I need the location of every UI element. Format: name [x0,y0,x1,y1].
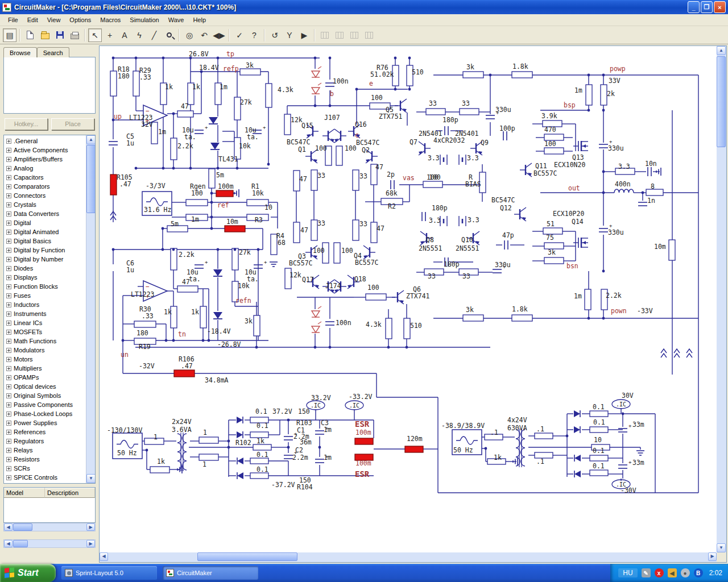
tree-item-displays[interactable]: Displays [5,273,95,282]
menu-view[interactable]: View [43,15,65,24]
tree-item-multipliers[interactable]: Multipliers [5,364,95,373]
expand-icon[interactable] [6,466,11,471]
expand-icon[interactable] [6,330,11,335]
model-scroll-thumb[interactable] [13,523,32,531]
probe-tool-button[interactable]: ╱ [147,28,161,42]
tree-item-optical-devices[interactable]: Optical devices [5,382,95,391]
menu-macros[interactable]: Macros [96,15,125,24]
tree-scroll-thumb[interactable] [86,145,96,213]
waveform-1-button[interactable] [318,28,332,42]
expand-icon[interactable] [6,402,11,408]
scroll-up-icon[interactable]: ▲ [717,46,726,55]
expand-icon[interactable] [6,366,11,371]
tree-item-data-converters[interactable]: Data Converters [5,209,95,218]
tree-item-inductors[interactable]: Inductors [5,300,95,309]
tree-item-digital-by-function[interactable]: Digital by Function [5,246,95,255]
save-button[interactable] [53,28,67,42]
expand-icon[interactable] [6,166,11,171]
expand-icon[interactable] [6,411,11,417]
expand-icon[interactable] [6,275,11,280]
expand-icon[interactable] [6,339,11,344]
expand-icon[interactable] [6,475,11,480]
tree-item-power-supplies[interactable]: Power Supplies [5,418,95,427]
tree-item-crystals[interactable]: Crystals [5,200,95,209]
tree-scrollbar[interactable]: ▲ ▼ [86,135,95,483]
tree-item-digital-animated[interactable]: Digital Animated [5,227,95,236]
tree-item-digital-by-number[interactable]: Digital by Number [5,255,95,264]
scroll-right-icon[interactable]: ▶ [86,540,95,547]
expand-icon[interactable] [6,193,11,198]
canvas-vscroll-thumb[interactable] [717,56,726,147]
tree-item-amplifiers-buffers[interactable]: Amplifiers/Buffers [5,155,95,164]
tree-item-capacitors[interactable]: Capacitors [5,173,95,182]
canvas-vertical-scrollbar[interactable]: ▲ ▼ [717,46,726,552]
expand-icon[interactable] [6,202,11,207]
waveform-4-button[interactable] [362,28,376,42]
model-scrollbar[interactable]: ◀ ▶ [3,523,96,531]
tree-item-fuses[interactable]: Fuses [5,291,95,300]
security-shield-icon[interactable]: x [655,568,664,577]
speaker-icon[interactable]: ◀ [668,568,677,577]
tab-search[interactable]: Search [37,47,69,57]
open-file-button[interactable] [38,28,52,42]
expand-icon[interactable] [6,348,11,353]
minimize-button[interactable]: _ [688,1,700,13]
tree-item-spice-controls[interactable]: SPICE Controls [5,473,95,482]
tree-item-regulators[interactable]: Regulators [5,436,95,446]
edit-check-button[interactable]: ✓ [233,28,246,42]
tree-item-original-symbols[interactable]: Original Symbols [5,391,95,400]
expand-icon[interactable] [6,311,11,317]
expand-icon[interactable] [6,239,11,244]
scroll-left-icon[interactable]: ◀ [4,523,13,531]
expand-icon[interactable] [6,266,11,271]
expand-icon[interactable] [6,157,11,162]
close-button[interactable]: × [714,1,726,13]
taskbar-item-sprint-layout[interactable]: Sprint-Layout 5.0 [61,566,157,580]
place-button[interactable]: Place [51,118,94,130]
description-column-header[interactable]: Description [45,488,95,498]
expand-icon[interactable] [6,175,11,180]
expand-icon[interactable] [6,221,11,226]
clock[interactable]: 2:02 [709,569,722,577]
tree-item-analog[interactable]: Analog [5,164,95,173]
expand-icon[interactable] [6,439,11,444]
print-button[interactable] [68,28,81,42]
restore-button[interactable]: ❐ [701,1,713,13]
scroll-down-icon[interactable]: ▼ [86,474,96,483]
delete-tool-button[interactable]: ϟ [133,28,146,42]
tree-item-instruments[interactable]: Instruments [5,309,95,318]
scroll-down-icon[interactable]: ▼ [717,543,726,552]
scroll-left-icon[interactable]: ◀ [4,540,13,547]
tree-item-phase-locked-loops[interactable]: Phase-Locked Loops [5,409,95,418]
menu-options[interactable]: Options [65,15,96,24]
expand-icon[interactable] [6,211,11,217]
tree-item-diodes[interactable]: Diodes [5,264,95,273]
sidebar-scrollbar[interactable]: ◀ ▶ [3,539,96,548]
menu-edit[interactable]: Edit [23,15,43,24]
tree-item-motors[interactable]: Motors [5,355,95,364]
search-device-button[interactable]: ◎ [183,28,196,42]
taskbar-item-circuitmaker[interactable]: CircuitMaker [163,566,258,580]
tree-item-references[interactable]: References [5,427,95,436]
expand-icon[interactable] [6,384,11,389]
scroll-left-icon[interactable]: ◀ [100,552,108,561]
start-button[interactable]: Start [0,564,56,582]
language-indicator[interactable]: HU [618,568,637,577]
tree-item-digital-basics[interactable]: Digital Basics [5,236,95,246]
menu-simulation[interactable]: Simulation [125,15,163,24]
tree-item-linear-ics[interactable]: Linear ICs [5,318,95,327]
tree-item-opamps[interactable]: OPAMPs [5,373,95,382]
scroll-right-icon[interactable]: ▶ [708,552,717,561]
new-document-button[interactable] [23,28,37,42]
tab-browse[interactable]: Browse [3,47,37,57]
tree-item--general[interactable]: .General [5,136,95,146]
rotate-button[interactable]: ↶ [197,28,211,42]
expand-icon[interactable] [6,184,11,189]
tree-item-mosfets[interactable]: MOSFETs [5,327,95,336]
wire-tool-button[interactable]: + [103,28,117,42]
tree-item-math-functions[interactable]: Math Functions [5,336,95,346]
expand-icon[interactable] [6,321,11,326]
scroll-right-icon[interactable]: ▶ [86,523,95,531]
tree-item-resistors[interactable]: Resistors [5,455,95,464]
tree-item-scrs[interactable]: SCRs [5,464,95,473]
